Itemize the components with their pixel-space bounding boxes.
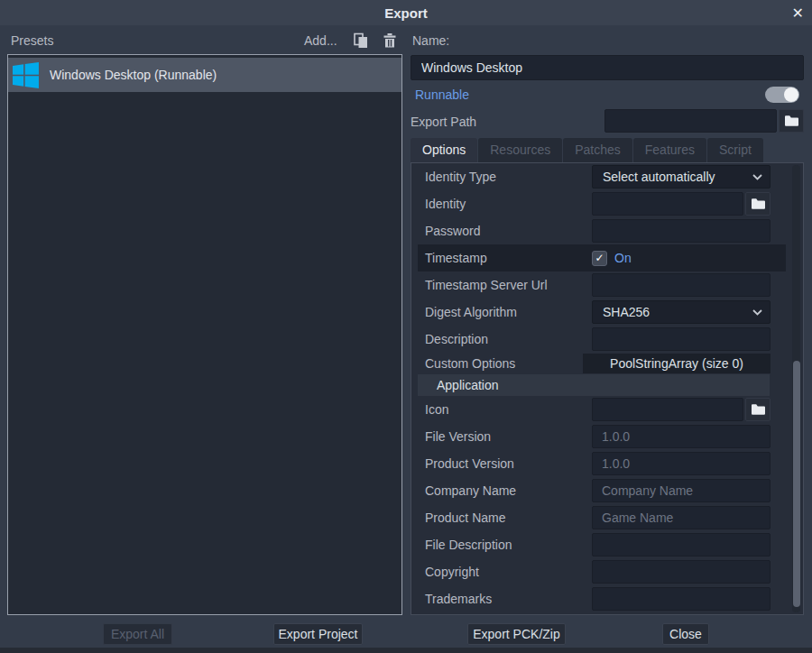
timestamp-server-url-label: Timestamp Server Url	[411, 278, 592, 292]
option-row-custom-options: Custom Options PoolStringArray (size 0)	[411, 353, 803, 374]
section-row-application: Application	[411, 374, 803, 396]
export-path-browse-button[interactable]	[779, 109, 804, 133]
identity-browse-button[interactable]	[745, 192, 770, 216]
timestamp-label: Timestamp	[411, 251, 592, 265]
scrollbar-thumb[interactable]	[793, 361, 800, 607]
description-label: Description	[411, 332, 592, 346]
name-label: Name:	[412, 33, 449, 48]
file-description-input[interactable]	[592, 533, 770, 556]
window-bottom-edge	[0, 648, 812, 653]
product-version-label: Product Version	[411, 456, 592, 471]
close-button[interactable]: Close	[662, 623, 709, 645]
timestamp-state: On	[614, 251, 632, 265]
option-row-timestamp: Timestamp ✓ On	[411, 244, 803, 271]
export-path-label: Export Path	[411, 115, 476, 129]
delete-preset-icon[interactable]	[382, 32, 398, 49]
identity-input[interactable]	[592, 192, 743, 216]
chevron-down-icon	[752, 309, 762, 316]
icon-label: Icon	[411, 402, 592, 417]
option-row-digest-algorithm: Digest Algorithm SHA256	[411, 299, 803, 326]
password-input[interactable]	[592, 219, 770, 243]
company-name-input[interactable]	[592, 479, 770, 502]
identity-label: Identity	[411, 197, 592, 211]
trademarks-input[interactable]	[592, 587, 770, 611]
application-section-header[interactable]: Application	[418, 374, 770, 396]
toggle-knob	[784, 87, 798, 102]
option-row-company-name: Company Name	[411, 477, 803, 504]
tab-resources[interactable]: Resources	[478, 138, 562, 162]
option-row-product-name: Product Name	[411, 504, 803, 531]
digest-algorithm-dropdown[interactable]: SHA256	[592, 300, 770, 324]
option-row-copyright: Copyright	[411, 558, 803, 585]
icon-browse-button[interactable]	[745, 398, 770, 421]
option-row-product-version: Product Version	[411, 450, 803, 477]
folder-icon	[752, 404, 765, 415]
product-version-input[interactable]	[592, 452, 770, 475]
option-row-icon: Icon	[411, 396, 803, 423]
chevron-down-icon	[752, 174, 762, 180]
runnable-label: Runnable	[415, 87, 469, 102]
identity-type-dropdown[interactable]: Select automatically	[592, 165, 770, 189]
file-version-label: File Version	[411, 429, 592, 444]
option-row-file-description: File Description	[411, 531, 803, 558]
windows-logo-icon	[12, 61, 40, 89]
copyright-input[interactable]	[592, 560, 770, 584]
copyright-label: Copyright	[411, 565, 592, 579]
identity-type-label: Identity Type	[411, 170, 592, 184]
folder-icon	[785, 115, 798, 126]
add-preset-button[interactable]: Add...	[304, 33, 337, 48]
timestamp-server-url-input[interactable]	[592, 273, 770, 297]
options-panel: Identity Type Select automatically Ident…	[411, 162, 804, 615]
option-row-identity: Identity	[411, 190, 803, 217]
option-row-password: Password	[411, 217, 803, 244]
folder-icon	[752, 198, 765, 209]
export-project-button[interactable]: Export Project	[273, 623, 363, 645]
digest-algorithm-label: Digest Algorithm	[411, 305, 592, 319]
export-path-input[interactable]	[604, 109, 777, 133]
file-description-label: File Description	[411, 538, 592, 552]
option-row-file-version: File Version	[411, 423, 803, 450]
option-row-description: Description	[411, 326, 803, 353]
custom-options-array-button[interactable]: PoolStringArray (size 0)	[583, 354, 770, 373]
option-row-identity-type: Identity Type Select automatically	[411, 163, 803, 190]
company-name-label: Company Name	[411, 483, 592, 498]
preset-item-windows-desktop[interactable]: Windows Desktop (Runnable)	[8, 58, 401, 92]
product-name-input[interactable]	[592, 506, 770, 529]
preset-item-label: Windows Desktop (Runnable)	[50, 68, 217, 82]
export-tabs: Options Resources Patches Features Scrip…	[411, 138, 764, 162]
option-row-trademarks: Trademarks	[411, 585, 803, 612]
presets-label: Presets	[11, 33, 53, 48]
custom-options-label: Custom Options	[411, 356, 592, 371]
timestamp-checkbox[interactable]: ✓	[592, 251, 607, 266]
product-name-label: Product Name	[411, 510, 592, 525]
password-label: Password	[411, 224, 592, 238]
preset-list: Windows Desktop (Runnable)	[7, 54, 402, 615]
export-pck-zip-button[interactable]: Export PCK/Zip	[467, 623, 566, 645]
file-version-input[interactable]	[592, 425, 770, 448]
options-scrollbar[interactable]	[792, 165, 800, 612]
export-all-button: Export All	[103, 623, 172, 645]
tab-script[interactable]: Script	[707, 138, 763, 162]
runnable-toggle[interactable]	[765, 87, 799, 103]
trademarks-label: Trademarks	[411, 592, 592, 606]
tab-patches[interactable]: Patches	[563, 138, 632, 162]
name-input[interactable]	[411, 55, 804, 80]
duplicate-preset-icon[interactable]	[353, 32, 369, 49]
icon-input[interactable]	[592, 398, 743, 421]
description-input[interactable]	[592, 327, 770, 351]
tab-options[interactable]: Options	[411, 138, 477, 162]
tab-features[interactable]: Features	[633, 138, 706, 162]
option-row-timestamp-server-url: Timestamp Server Url	[411, 271, 803, 299]
